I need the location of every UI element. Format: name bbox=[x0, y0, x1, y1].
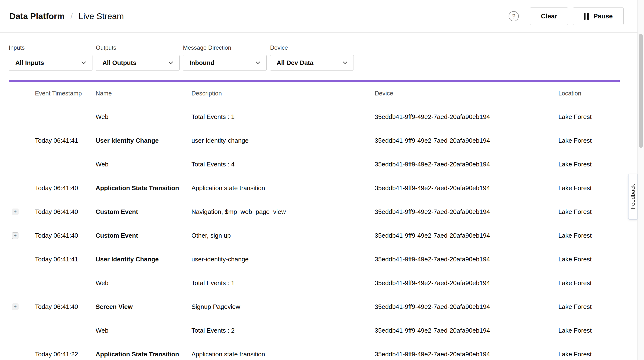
header-actions: ? Clear Pause bbox=[508, 7, 624, 25]
help-icon[interactable]: ? bbox=[508, 11, 519, 21]
event-device: 35eddb41-9ff9-49e2-7aed-20afa90eb194 bbox=[375, 303, 558, 311]
filter-device: Device All Dev Data bbox=[270, 44, 354, 71]
breadcrumb-app-title[interactable]: Data Platform bbox=[10, 11, 65, 21]
event-device: 35eddb41-9ff9-49e2-7aed-20afa90eb194 bbox=[375, 184, 558, 192]
filter-message-direction: Message Direction Inbound bbox=[183, 44, 267, 71]
column-description: Description bbox=[192, 90, 375, 97]
filter-outputs: Outputs All Outputs bbox=[96, 44, 180, 71]
table-row[interactable]: + Today 06:41:22 Application State Trans… bbox=[9, 342, 620, 360]
filter-bar: Inputs All Inputs Outputs All Outputs Me… bbox=[0, 33, 644, 71]
event-device: 35eddb41-9ff9-49e2-7aed-20afa90eb194 bbox=[375, 208, 558, 216]
table-row[interactable]: + Web Total Events : 1 35eddb41-9ff9-49e… bbox=[9, 271, 620, 295]
filter-inputs-label: Inputs bbox=[9, 44, 92, 51]
event-description: Application state transition bbox=[192, 351, 375, 358]
table-row[interactable]: + Web Total Events : 2 35eddb41-9ff9-49e… bbox=[9, 319, 620, 342]
column-event-timestamp: Event Timestamp bbox=[35, 90, 96, 97]
event-location: Lake Forest bbox=[558, 113, 620, 121]
feedback-tab[interactable]: Feedback bbox=[628, 174, 638, 219]
event-description: Other, sign up bbox=[192, 232, 375, 239]
event-name: Custom Event bbox=[96, 208, 192, 216]
inputs-select[interactable]: All Inputs bbox=[9, 55, 92, 71]
outputs-select[interactable]: All Outputs bbox=[96, 55, 180, 71]
expand-icon[interactable]: + bbox=[12, 209, 18, 215]
event-device: 35eddb41-9ff9-49e2-7aed-20afa90eb194 bbox=[375, 161, 558, 168]
event-location: Lake Forest bbox=[558, 256, 620, 263]
chevron-down-icon bbox=[254, 59, 262, 66]
event-timestamp: Today 06:41:41 bbox=[35, 137, 96, 144]
table-row[interactable]: + Today 06:41:40 Custom Event Navigation… bbox=[9, 200, 620, 224]
scrollbar-thumb[interactable] bbox=[639, 34, 643, 148]
table-row[interactable]: + Today 06:41:41 User Identity Change us… bbox=[9, 247, 620, 271]
event-device: 35eddb41-9ff9-49e2-7aed-20afa90eb194 bbox=[375, 351, 558, 358]
column-device: Device bbox=[375, 90, 558, 97]
accent-divider bbox=[9, 80, 620, 82]
table-row[interactable]: + Today 06:41:41 User Identity Change us… bbox=[9, 129, 620, 152]
event-name: Web bbox=[96, 327, 192, 334]
event-description: Total Events : 1 bbox=[192, 279, 375, 287]
table-row[interactable]: + Today 06:41:40 Application State Trans… bbox=[9, 176, 620, 200]
outputs-select-value: All Outputs bbox=[102, 59, 136, 67]
expand-icon[interactable]: + bbox=[12, 232, 18, 239]
table-row[interactable]: + Web Total Events : 1 35eddb41-9ff9-49e… bbox=[9, 105, 620, 129]
message-direction-select[interactable]: Inbound bbox=[183, 55, 267, 71]
device-select[interactable]: All Dev Data bbox=[270, 55, 354, 71]
pause-icon bbox=[584, 13, 589, 20]
inputs-select-value: All Inputs bbox=[15, 59, 44, 67]
event-device: 35eddb41-9ff9-49e2-7aed-20afa90eb194 bbox=[375, 137, 558, 144]
event-device: 35eddb41-9ff9-49e2-7aed-20afa90eb194 bbox=[375, 232, 558, 239]
breadcrumb-page-title: Live Stream bbox=[78, 11, 124, 21]
table-header: Event Timestamp Name Description Device … bbox=[9, 82, 620, 105]
chevron-down-icon bbox=[167, 59, 174, 66]
event-timestamp: Today 06:41:40 bbox=[35, 232, 96, 239]
column-name: Name bbox=[96, 90, 192, 97]
event-description: Application state transition bbox=[192, 184, 375, 192]
event-device: 35eddb41-9ff9-49e2-7aed-20afa90eb194 bbox=[375, 256, 558, 263]
event-device: 35eddb41-9ff9-49e2-7aed-20afa90eb194 bbox=[375, 279, 558, 287]
pause-button[interactable]: Pause bbox=[573, 7, 624, 25]
event-description: Total Events : 2 bbox=[192, 327, 375, 334]
event-description: Total Events : 1 bbox=[192, 113, 375, 121]
event-name: Application State Transition bbox=[96, 351, 192, 358]
event-location: Lake Forest bbox=[558, 327, 620, 334]
event-device: 35eddb41-9ff9-49e2-7aed-20afa90eb194 bbox=[375, 327, 558, 334]
event-location: Lake Forest bbox=[558, 161, 620, 168]
expand-icon[interactable]: + bbox=[12, 304, 18, 310]
filter-outputs-label: Outputs bbox=[96, 44, 180, 51]
event-location: Lake Forest bbox=[558, 184, 620, 192]
event-location: Lake Forest bbox=[558, 303, 620, 311]
event-timestamp: Today 06:41:40 bbox=[35, 208, 96, 216]
event-location: Lake Forest bbox=[558, 208, 620, 216]
scrollbar-track bbox=[638, 0, 644, 360]
event-device: 35eddb41-9ff9-49e2-7aed-20afa90eb194 bbox=[375, 113, 558, 121]
table-row[interactable]: + Today 06:41:40 Custom Event Other, sig… bbox=[9, 224, 620, 247]
event-name: Screen View bbox=[96, 303, 192, 311]
event-description: Total Events : 4 bbox=[192, 161, 375, 168]
event-location: Lake Forest bbox=[558, 279, 620, 287]
event-description: user-identity-change bbox=[192, 137, 375, 144]
event-name: Web bbox=[96, 279, 192, 287]
event-name: Web bbox=[96, 161, 192, 168]
event-description: Navigation, $mp_web_page_view bbox=[192, 208, 375, 216]
breadcrumb-separator: / bbox=[70, 12, 73, 21]
event-timestamp: Today 06:41:22 bbox=[35, 351, 96, 358]
filter-device-label: Device bbox=[270, 44, 354, 51]
table-row[interactable]: + Web Total Events : 4 35eddb41-9ff9-49e… bbox=[9, 152, 620, 176]
message-direction-select-value: Inbound bbox=[190, 59, 214, 67]
column-location: Location bbox=[558, 90, 620, 97]
device-select-value: All Dev Data bbox=[276, 59, 314, 67]
breadcrumb: Data Platform / Live Stream bbox=[10, 11, 124, 21]
event-location: Lake Forest bbox=[558, 232, 620, 239]
clear-button[interactable]: Clear bbox=[530, 7, 568, 25]
event-timestamp: Today 06:41:41 bbox=[35, 256, 96, 263]
event-description: user-identity-change bbox=[192, 256, 375, 263]
event-location: Lake Forest bbox=[558, 351, 620, 358]
event-name: User Identity Change bbox=[96, 256, 192, 263]
event-description: Signup Pageview bbox=[192, 303, 375, 311]
event-timestamp: Today 06:41:40 bbox=[35, 303, 96, 311]
filter-message-direction-label: Message Direction bbox=[183, 44, 267, 51]
chevron-down-icon bbox=[80, 59, 87, 66]
filter-inputs: Inputs All Inputs bbox=[9, 44, 92, 71]
chevron-down-icon bbox=[342, 59, 349, 66]
event-name: Custom Event bbox=[96, 232, 192, 239]
table-row[interactable]: + Today 06:41:40 Screen View Signup Page… bbox=[9, 295, 620, 319]
